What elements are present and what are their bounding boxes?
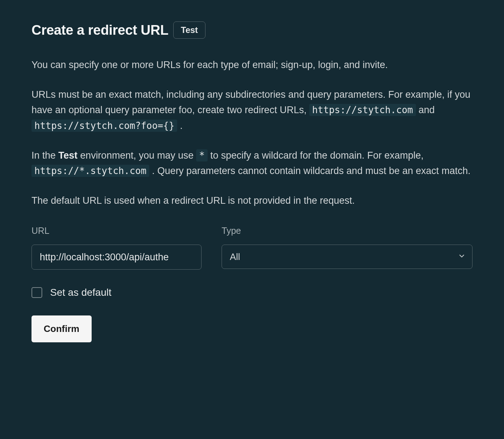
type-select-value: All	[230, 251, 240, 262]
code-example-3: https://*.stytch.com	[32, 165, 149, 177]
env-name: Test	[58, 150, 78, 161]
checkbox-box-icon	[32, 287, 42, 298]
text-segment: . Query parameters cannot contain wildca…	[152, 165, 471, 176]
type-field-group: Type All	[222, 226, 472, 270]
description-paragraph-1: You can specify one or more URLs for eac…	[32, 57, 472, 73]
page-title: Create a redirect URL	[32, 23, 168, 38]
text-segment: .	[180, 120, 183, 131]
environment-badge: Test	[173, 21, 205, 39]
type-label: Type	[222, 226, 472, 236]
page-header: Create a redirect URL Test	[32, 21, 472, 39]
set-default-checkbox[interactable]: Set as default	[32, 287, 472, 298]
description-paragraph-2: URLs must be an exact match, including a…	[32, 87, 472, 134]
set-default-label: Set as default	[50, 287, 111, 298]
url-label: URL	[32, 226, 202, 236]
description-paragraph-4: The default URL is used when a redirect …	[32, 193, 472, 208]
description-paragraph-3: In the Test environment, you may use * t…	[32, 148, 472, 179]
text-segment: to specify a wildcard for the domain. Fo…	[210, 150, 423, 161]
text-segment: In the	[32, 150, 58, 161]
confirm-button[interactable]: Confirm	[32, 315, 92, 342]
code-example-2: https://stytch.com?foo={}	[32, 120, 177, 132]
code-example-1: https://stytch.com	[309, 104, 416, 116]
chevron-down-icon	[458, 252, 466, 261]
wildcard-char: *	[196, 149, 208, 161]
type-select[interactable]: All	[222, 245, 472, 269]
url-input[interactable]	[32, 245, 202, 270]
form-row: URL Type All	[32, 226, 472, 270]
text-segment: environment, you may use	[80, 150, 196, 161]
text-segment: and	[418, 105, 435, 115]
url-field-group: URL	[32, 226, 202, 270]
